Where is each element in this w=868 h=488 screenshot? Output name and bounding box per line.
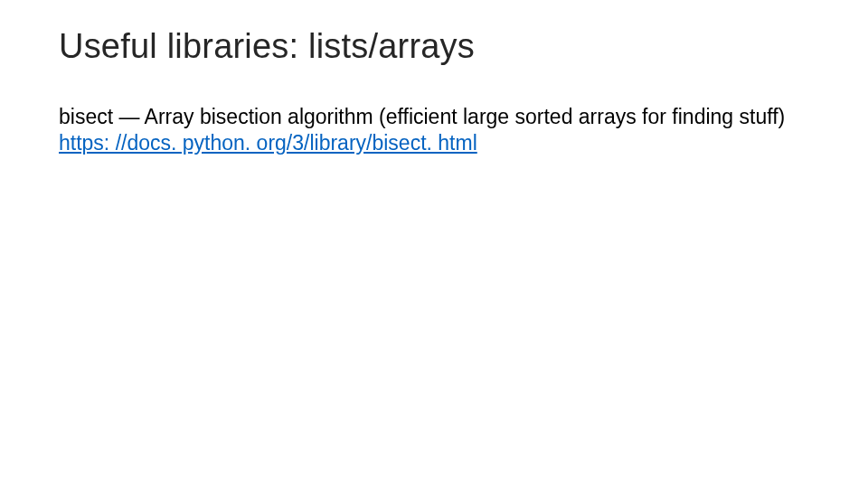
slide-title: Useful libraries: lists/arrays (59, 27, 809, 66)
slide-body: bisect — Array bisection algorithm (effi… (59, 104, 809, 156)
body-description: bisect — Array bisection algorithm (effi… (59, 105, 785, 128)
documentation-link[interactable]: https: //docs. python. org/3/library/bis… (59, 131, 477, 155)
